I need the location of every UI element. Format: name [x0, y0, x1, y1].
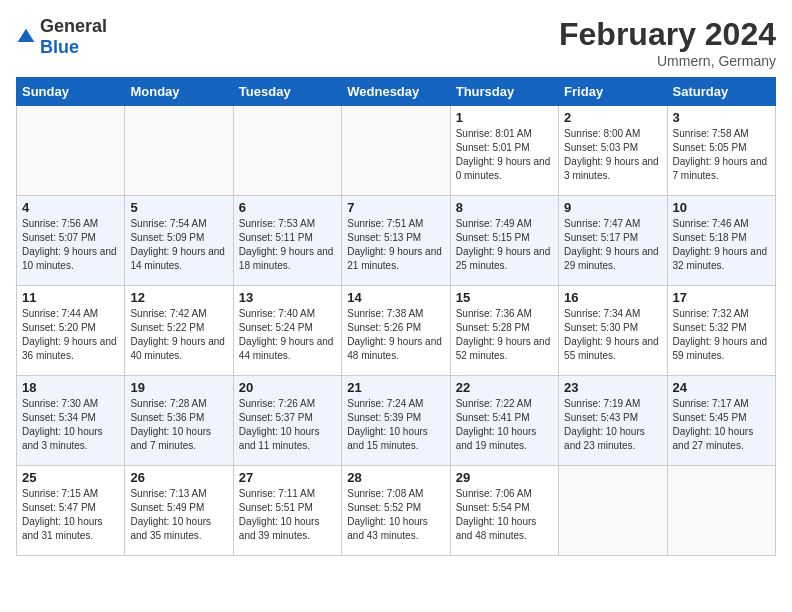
day-number: 25	[22, 470, 119, 485]
header-saturday: Saturday	[667, 78, 775, 106]
logo: General Blue	[16, 16, 107, 58]
day-info: Sunrise: 7:42 AMSunset: 5:22 PMDaylight:…	[130, 307, 227, 363]
header-thursday: Thursday	[450, 78, 558, 106]
page-header: General Blue February 2024 Ummern, Germa…	[16, 16, 776, 69]
calendar-cell: 14Sunrise: 7:38 AMSunset: 5:26 PMDayligh…	[342, 286, 450, 376]
calendar-cell: 8Sunrise: 7:49 AMSunset: 5:15 PMDaylight…	[450, 196, 558, 286]
day-info: Sunrise: 7:28 AMSunset: 5:36 PMDaylight:…	[130, 397, 227, 453]
day-number: 24	[673, 380, 770, 395]
day-info: Sunrise: 7:53 AMSunset: 5:11 PMDaylight:…	[239, 217, 336, 273]
day-number: 22	[456, 380, 553, 395]
header-sunday: Sunday	[17, 78, 125, 106]
calendar-cell: 9Sunrise: 7:47 AMSunset: 5:17 PMDaylight…	[559, 196, 667, 286]
day-number: 9	[564, 200, 661, 215]
day-number: 18	[22, 380, 119, 395]
logo-icon	[16, 27, 36, 47]
day-info: Sunrise: 7:32 AMSunset: 5:32 PMDaylight:…	[673, 307, 770, 363]
day-info: Sunrise: 7:56 AMSunset: 5:07 PMDaylight:…	[22, 217, 119, 273]
day-info: Sunrise: 7:54 AMSunset: 5:09 PMDaylight:…	[130, 217, 227, 273]
day-number: 26	[130, 470, 227, 485]
calendar-cell: 12Sunrise: 7:42 AMSunset: 5:22 PMDayligh…	[125, 286, 233, 376]
header-monday: Monday	[125, 78, 233, 106]
calendar-cell: 5Sunrise: 7:54 AMSunset: 5:09 PMDaylight…	[125, 196, 233, 286]
calendar-cell: 17Sunrise: 7:32 AMSunset: 5:32 PMDayligh…	[667, 286, 775, 376]
calendar-cell	[667, 466, 775, 556]
day-info: Sunrise: 7:40 AMSunset: 5:24 PMDaylight:…	[239, 307, 336, 363]
day-number: 17	[673, 290, 770, 305]
calendar-cell: 18Sunrise: 7:30 AMSunset: 5:34 PMDayligh…	[17, 376, 125, 466]
calendar-cell: 20Sunrise: 7:26 AMSunset: 5:37 PMDayligh…	[233, 376, 341, 466]
day-number: 3	[673, 110, 770, 125]
day-info: Sunrise: 7:13 AMSunset: 5:49 PMDaylight:…	[130, 487, 227, 543]
calendar-cell: 6Sunrise: 7:53 AMSunset: 5:11 PMDaylight…	[233, 196, 341, 286]
calendar-cell: 19Sunrise: 7:28 AMSunset: 5:36 PMDayligh…	[125, 376, 233, 466]
day-info: Sunrise: 7:58 AMSunset: 5:05 PMDaylight:…	[673, 127, 770, 183]
day-number: 21	[347, 380, 444, 395]
day-number: 13	[239, 290, 336, 305]
calendar-cell: 22Sunrise: 7:22 AMSunset: 5:41 PMDayligh…	[450, 376, 558, 466]
calendar-cell: 23Sunrise: 7:19 AMSunset: 5:43 PMDayligh…	[559, 376, 667, 466]
calendar-body: 1Sunrise: 8:01 AMSunset: 5:01 PMDaylight…	[17, 106, 776, 556]
header-friday: Friday	[559, 78, 667, 106]
title-block: February 2024 Ummern, Germany	[559, 16, 776, 69]
day-info: Sunrise: 7:51 AMSunset: 5:13 PMDaylight:…	[347, 217, 444, 273]
day-number: 1	[456, 110, 553, 125]
logo-text-blue: Blue	[40, 37, 79, 57]
day-info: Sunrise: 7:24 AMSunset: 5:39 PMDaylight:…	[347, 397, 444, 453]
day-info: Sunrise: 7:06 AMSunset: 5:54 PMDaylight:…	[456, 487, 553, 543]
day-info: Sunrise: 7:30 AMSunset: 5:34 PMDaylight:…	[22, 397, 119, 453]
day-info: Sunrise: 7:11 AMSunset: 5:51 PMDaylight:…	[239, 487, 336, 543]
calendar-cell: 21Sunrise: 7:24 AMSunset: 5:39 PMDayligh…	[342, 376, 450, 466]
calendar-cell: 25Sunrise: 7:15 AMSunset: 5:47 PMDayligh…	[17, 466, 125, 556]
calendar-cell: 27Sunrise: 7:11 AMSunset: 5:51 PMDayligh…	[233, 466, 341, 556]
calendar-header: Sunday Monday Tuesday Wednesday Thursday…	[17, 78, 776, 106]
day-number: 20	[239, 380, 336, 395]
day-info: Sunrise: 7:08 AMSunset: 5:52 PMDaylight:…	[347, 487, 444, 543]
calendar-cell: 11Sunrise: 7:44 AMSunset: 5:20 PMDayligh…	[17, 286, 125, 376]
day-number: 16	[564, 290, 661, 305]
calendar-cell: 28Sunrise: 7:08 AMSunset: 5:52 PMDayligh…	[342, 466, 450, 556]
svg-marker-0	[18, 29, 35, 42]
day-info: Sunrise: 7:44 AMSunset: 5:20 PMDaylight:…	[22, 307, 119, 363]
day-info: Sunrise: 7:38 AMSunset: 5:26 PMDaylight:…	[347, 307, 444, 363]
day-number: 6	[239, 200, 336, 215]
day-number: 19	[130, 380, 227, 395]
calendar-cell: 16Sunrise: 7:34 AMSunset: 5:30 PMDayligh…	[559, 286, 667, 376]
day-info: Sunrise: 7:15 AMSunset: 5:47 PMDaylight:…	[22, 487, 119, 543]
day-info: Sunrise: 7:19 AMSunset: 5:43 PMDaylight:…	[564, 397, 661, 453]
calendar-cell: 10Sunrise: 7:46 AMSunset: 5:18 PMDayligh…	[667, 196, 775, 286]
calendar-cell: 7Sunrise: 7:51 AMSunset: 5:13 PMDaylight…	[342, 196, 450, 286]
day-info: Sunrise: 7:46 AMSunset: 5:18 PMDaylight:…	[673, 217, 770, 273]
day-number: 5	[130, 200, 227, 215]
day-number: 7	[347, 200, 444, 215]
calendar-cell: 26Sunrise: 7:13 AMSunset: 5:49 PMDayligh…	[125, 466, 233, 556]
day-info: Sunrise: 7:49 AMSunset: 5:15 PMDaylight:…	[456, 217, 553, 273]
calendar-cell: 2Sunrise: 8:00 AMSunset: 5:03 PMDaylight…	[559, 106, 667, 196]
day-info: Sunrise: 7:36 AMSunset: 5:28 PMDaylight:…	[456, 307, 553, 363]
calendar-cell: 15Sunrise: 7:36 AMSunset: 5:28 PMDayligh…	[450, 286, 558, 376]
calendar-cell	[342, 106, 450, 196]
calendar-cell: 1Sunrise: 8:01 AMSunset: 5:01 PMDaylight…	[450, 106, 558, 196]
day-number: 29	[456, 470, 553, 485]
day-number: 23	[564, 380, 661, 395]
day-info: Sunrise: 7:47 AMSunset: 5:17 PMDaylight:…	[564, 217, 661, 273]
calendar-cell: 24Sunrise: 7:17 AMSunset: 5:45 PMDayligh…	[667, 376, 775, 466]
day-number: 14	[347, 290, 444, 305]
day-number: 27	[239, 470, 336, 485]
day-number: 4	[22, 200, 119, 215]
day-info: Sunrise: 7:22 AMSunset: 5:41 PMDaylight:…	[456, 397, 553, 453]
calendar-cell: 13Sunrise: 7:40 AMSunset: 5:24 PMDayligh…	[233, 286, 341, 376]
day-number: 28	[347, 470, 444, 485]
calendar-cell: 3Sunrise: 7:58 AMSunset: 5:05 PMDaylight…	[667, 106, 775, 196]
logo-text-general: General	[40, 16, 107, 36]
calendar-table: Sunday Monday Tuesday Wednesday Thursday…	[16, 77, 776, 556]
month-title: February 2024	[559, 16, 776, 53]
day-number: 15	[456, 290, 553, 305]
day-info: Sunrise: 7:17 AMSunset: 5:45 PMDaylight:…	[673, 397, 770, 453]
calendar-cell: 29Sunrise: 7:06 AMSunset: 5:54 PMDayligh…	[450, 466, 558, 556]
day-number: 10	[673, 200, 770, 215]
calendar-cell: 4Sunrise: 7:56 AMSunset: 5:07 PMDaylight…	[17, 196, 125, 286]
day-number: 11	[22, 290, 119, 305]
day-number: 12	[130, 290, 227, 305]
calendar-cell	[17, 106, 125, 196]
